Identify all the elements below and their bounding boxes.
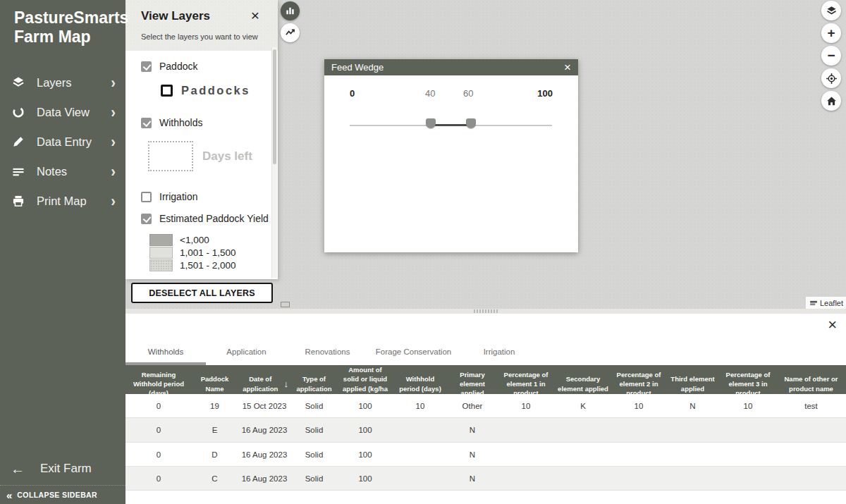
table-cell: N	[447, 443, 498, 466]
tab-forage-conservation[interactable]: Forage Conservation	[368, 319, 459, 365]
table-row[interactable]: 0C16 Aug 2023Solid100N	[125, 467, 846, 491]
table-cell: 100	[337, 443, 393, 466]
scrollbar-thumb[interactable]	[273, 49, 276, 164]
layer-checkbox-irrigation[interactable]: Irrigation	[141, 191, 271, 202]
attribution-label[interactable]: Leaflet	[820, 299, 843, 307]
slider-min-label: 0	[350, 88, 355, 99]
table-cell: 10	[612, 394, 666, 417]
notes-icon	[11, 164, 26, 179]
sidebar-item-layers[interactable]: Layers ›	[0, 68, 125, 97]
sort-descending-icon[interactable]: ↓	[284, 378, 289, 391]
home-icon	[826, 95, 838, 107]
feed-wedge-body: 0 40 60 100	[324, 75, 578, 252]
table-cell	[720, 443, 776, 466]
table-cell: K	[554, 394, 612, 417]
feed-wedge-popup: Feed Wedge × 0 40 60 100	[324, 59, 578, 252]
table-cell	[393, 418, 447, 442]
table-cell	[666, 418, 720, 442]
slider-handle-low[interactable]	[426, 118, 436, 128]
table-cell	[554, 418, 612, 442]
map-layers-button[interactable]	[821, 1, 841, 20]
layer-label: Paddocks	[181, 84, 250, 97]
table-cell: 10	[720, 394, 776, 417]
sidebar-item-notes[interactable]: Notes ›	[0, 156, 125, 186]
trend-chart-button[interactable]	[281, 23, 300, 42]
close-icon[interactable]: ×	[564, 61, 571, 73]
collapse-sidebar-button[interactable]: « COLLAPSE SIDEBAR	[0, 485, 125, 504]
slider-active-range[interactable]	[431, 124, 471, 126]
floating-buttons	[281, 1, 300, 45]
column-header-label: Secondary element applied	[557, 374, 609, 393]
table-cell	[720, 418, 776, 442]
table-cell	[776, 467, 846, 490]
layer-checkbox-estimated-yield[interactable]: Estimated Paddock Yield	[141, 213, 271, 224]
tab-irrigation[interactable]: Irrigation	[459, 319, 539, 365]
yield-legend-row: 1,001 - 1,500	[149, 247, 271, 259]
dashed-paddock-swatch	[148, 141, 193, 171]
tab-renovations[interactable]: Renovations	[287, 319, 368, 365]
close-icon[interactable]: ×	[828, 317, 837, 333]
feed-wedge-header[interactable]: Feed Wedge ×	[324, 59, 578, 75]
sidebar-item-data-entry[interactable]: Data Entry ›	[0, 127, 125, 156]
tab-withholds[interactable]: Withholds	[125, 319, 206, 365]
sidebar-item-exit-farm[interactable]: ← Exit Farm	[0, 455, 125, 483]
app-title: PastureSmarts Farm Map	[0, 0, 125, 47]
collapse-sidebar-label: COLLAPSE SIDEBAR	[17, 491, 97, 499]
view-layers-body: Paddock Paddocks Withholds Days left Irr…	[125, 51, 278, 271]
bar-chart-button[interactable]	[281, 1, 300, 20]
slider-handle-high[interactable]	[466, 118, 476, 128]
table-cell	[498, 443, 554, 466]
table-cell: 100	[337, 418, 393, 442]
sidebar-item-data-view[interactable]: Data View ›	[0, 97, 125, 127]
layers-icon	[11, 75, 26, 90]
table-cell	[776, 443, 846, 466]
close-icon[interactable]: ×	[251, 8, 259, 23]
table-row[interactable]: 01915 Oct 2023Solid10010Other10K10N10tes…	[125, 394, 846, 418]
feed-wedge-title: Feed Wedge	[331, 62, 564, 73]
sidebar-item-label: Layers	[37, 76, 111, 90]
layer-label: Estimated Paddock Yield	[159, 213, 269, 224]
checkbox-icon[interactable]	[141, 214, 152, 224]
table-cell: 19	[192, 394, 238, 417]
yield-legend-label: <1,000	[180, 235, 209, 245]
checkbox-icon[interactable]	[161, 85, 173, 97]
layer-checkbox-withholds[interactable]: Withholds	[141, 117, 271, 128]
yield-swatch-dotted	[149, 259, 173, 271]
table-row[interactable]: 0E16 Aug 2023Solid100N	[125, 418, 846, 443]
table-cell	[612, 418, 666, 442]
sidebar-item-label: Notes	[37, 165, 111, 178]
app-title-line1: PastureSmarts	[14, 8, 111, 27]
tab-application[interactable]: Application	[206, 319, 287, 365]
table-cell: C	[192, 467, 238, 490]
checkbox-icon[interactable]	[141, 61, 152, 72]
table-cell: D	[192, 443, 238, 466]
layer-checkbox-paddocks[interactable]: Paddocks	[161, 84, 271, 97]
table-cell: 16 Aug 2023	[238, 443, 291, 466]
scrollbar[interactable]	[271, 47, 277, 278]
table-cell: Solid	[291, 394, 337, 417]
table-cell: 15 Oct 2023	[238, 394, 291, 417]
minimized-window-handle[interactable]	[281, 302, 290, 307]
view-layers-header: View Layers × Select the layers you want…	[125, 0, 278, 51]
table-cell: 10	[393, 394, 447, 417]
layer-checkbox-paddock[interactable]: Paddock	[141, 61, 271, 72]
panel-drag-handle[interactable]	[474, 309, 498, 313]
table-cell	[776, 418, 846, 442]
sidebar-item-label: Data Entry	[37, 135, 111, 149]
slider-max-label: 100	[537, 88, 553, 99]
deselect-all-layers-button[interactable]: DESELECT ALL LAYERS	[131, 283, 273, 303]
home-button[interactable]	[821, 91, 841, 111]
table-cell: Solid	[291, 467, 337, 490]
table-row[interactable]: 0D16 Aug 2023Solid100N	[125, 443, 846, 467]
zoom-in-button[interactable]: +	[821, 23, 841, 43]
checkbox-icon[interactable]	[141, 192, 152, 202]
leaflet-flag-icon	[810, 300, 818, 306]
sidebar-item-print-map[interactable]: Print Map ›	[0, 186, 125, 216]
locate-button[interactable]	[821, 68, 841, 88]
table-cell	[612, 467, 666, 490]
checkbox-icon[interactable]	[141, 118, 152, 128]
slider-high-value: 60	[463, 88, 473, 99]
zoom-out-button[interactable]: −	[821, 46, 841, 66]
arrow-left-icon: ←	[11, 461, 25, 477]
map-attribution[interactable]: Leaflet	[806, 297, 846, 309]
